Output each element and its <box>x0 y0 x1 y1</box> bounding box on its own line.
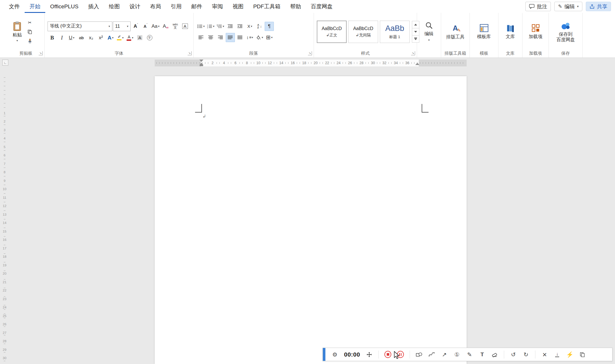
recorder-drag-bar[interactable] <box>323 348 325 361</box>
menu-tab-1[interactable]: 开始 <box>25 0 45 13</box>
align-center-button[interactable] <box>206 33 215 42</box>
freehand-tool-button[interactable] <box>428 351 435 359</box>
multilevel-list-button[interactable]: ▾ <box>216 22 225 31</box>
vertical-ruler[interactable]: 1234567891011121314151617181920212223242… <box>1 68 8 364</box>
increase-indent-button[interactable] <box>235 22 245 31</box>
first-line-indent-marker[interactable] <box>199 60 203 62</box>
undo-button[interactable]: ↺ <box>510 351 517 359</box>
menu-tab-7[interactable]: 引用 <box>166 0 186 13</box>
strikethrough-button[interactable]: ab <box>77 33 86 42</box>
menu-tab-0[interactable]: 文件 <box>4 0 25 13</box>
font-size-combo[interactable]: 11 ▾ <box>113 21 131 31</box>
style-card-1[interactable]: AaBbCcD↲无间隔 <box>348 21 378 43</box>
addins-button[interactable]: 加载项 <box>525 24 546 39</box>
clear-format-button[interactable]: A <box>161 22 170 31</box>
borders-button[interactable]: ⊞▾ <box>265 33 274 42</box>
justify-button[interactable] <box>226 33 235 42</box>
arrow-tool-button[interactable]: ↗ <box>441 351 448 359</box>
edit-mode-button[interactable]: ✎ 编辑 ▾ <box>554 2 582 11</box>
enclose-char-button[interactable]: 字 <box>145 33 154 42</box>
grow-font-button[interactable]: Aˆ <box>131 22 140 31</box>
font-family-combo[interactable]: 等线 (中文正文) ▾ <box>48 21 112 31</box>
text-tool-button[interactable]: T <box>479 351 486 359</box>
paste-button[interactable]: 粘贴 ▾ <box>10 21 24 43</box>
copy-recording-button[interactable] <box>579 351 586 359</box>
phonetic-guide-button[interactable]: wén文 <box>171 22 180 31</box>
layout-tools-button[interactable]: A✎ 排版工具 <box>444 24 467 40</box>
menu-tab-2[interactable]: OfficePLUS <box>45 0 83 13</box>
hanging-indent-marker[interactable] <box>199 63 203 65</box>
shading-button[interactable]: ▾ <box>255 33 264 42</box>
download-recording-button[interactable]: ↓ <box>554 351 561 359</box>
menu-tab-6[interactable]: 布局 <box>145 0 166 13</box>
menu-tab-13[interactable]: 百度网盘 <box>306 0 337 13</box>
asian-layout-button[interactable]: X▾ <box>245 22 254 31</box>
flash-export-button[interactable]: ⚡ <box>566 351 573 359</box>
document-page[interactable]: ↲ <box>155 76 467 364</box>
char-shading-button[interactable]: A <box>135 33 144 42</box>
bullets-button[interactable]: ▾ <box>197 22 206 31</box>
styles-dialog-launcher[interactable]: ↘ <box>411 51 415 55</box>
highlight-button[interactable]: ✐ ▾ <box>116 33 125 42</box>
tab-stop-selector[interactable]: ∟ <box>2 60 8 66</box>
italic-button[interactable]: I <box>57 33 66 42</box>
menu-tab-5[interactable]: 设计 <box>125 0 145 13</box>
close-recorder-button[interactable]: × <box>541 351 548 359</box>
paragraph-dialog-launcher[interactable]: ↘ <box>308 51 312 55</box>
font-dialog-launcher[interactable]: ↘ <box>188 51 192 55</box>
show-marks-button[interactable]: ¶ <box>265 22 274 31</box>
left-indent-marker[interactable] <box>200 65 203 66</box>
menu-tab-4[interactable]: 绘图 <box>104 0 125 13</box>
stop-record-button[interactable] <box>384 351 391 359</box>
menu-tab-11[interactable]: PDF工具箱 <box>248 0 285 13</box>
cut-button[interactable]: ✂ <box>25 19 34 27</box>
move-icon <box>366 352 372 357</box>
bold-button[interactable]: B <box>48 33 57 42</box>
underline-button[interactable]: U▾ <box>67 33 76 42</box>
ruler-number: 34 <box>390 61 402 65</box>
settings-gear-button[interactable]: ⚙ <box>331 351 338 359</box>
change-case-button[interactable]: Aa▾ <box>151 22 160 31</box>
redo-button[interactable]: ↻ <box>522 351 529 359</box>
copy-button[interactable] <box>25 28 34 36</box>
shrink-font-button[interactable]: Aˇ <box>141 22 150 31</box>
menu-tab-9[interactable]: 审阅 <box>207 0 228 13</box>
decrease-indent-button[interactable] <box>226 22 235 31</box>
format-painter-button[interactable] <box>25 37 34 45</box>
editing-button[interactable]: 编辑 ▾ <box>420 22 438 42</box>
eraser-tool-button[interactable] <box>491 351 498 359</box>
library-button[interactable]: 文库 <box>501 24 519 39</box>
templates-button[interactable]: 模板库 <box>473 24 495 39</box>
chevron-down-icon: ▾ <box>73 36 74 39</box>
superscript-button[interactable]: x² <box>96 33 105 42</box>
pen-tool-button[interactable]: ✎ <box>466 351 473 359</box>
char-border-button[interactable]: A <box>180 22 190 31</box>
numbering-button[interactable]: ▾ <box>206 22 215 31</box>
pilcrow-icon: ¶ <box>268 23 270 29</box>
subscript-button[interactable]: x₂ <box>87 33 96 42</box>
line-spacing-button[interactable]: ↕≡ ▾ <box>245 33 254 42</box>
clipboard-dialog-launcher[interactable]: ↘ <box>39 51 43 55</box>
align-right-button[interactable] <box>216 33 225 42</box>
menu-tab-3[interactable]: 插入 <box>83 0 104 13</box>
netdisk-save-button[interactable]: 保存到 百度网盘 <box>552 21 579 42</box>
distribute-button[interactable] <box>235 33 245 42</box>
style-preview: AaBbCcD <box>353 26 373 31</box>
sort-button[interactable]: AZ ↓ <box>255 22 264 31</box>
menu-tab-8[interactable]: 邮件 <box>186 0 207 13</box>
comments-button[interactable]: 批注 <box>525 2 551 11</box>
font-color-button[interactable]: A ▾ <box>125 33 135 42</box>
style-card-2[interactable]: AaBb标题 1 <box>380 21 410 43</box>
number-annotation-button[interactable]: ① <box>453 351 460 359</box>
move-toolbar-button[interactable] <box>366 351 373 359</box>
shape-tool-button[interactable] <box>416 351 423 359</box>
right-indent-marker[interactable] <box>415 63 419 65</box>
align-left-button[interactable] <box>197 33 206 42</box>
menu-tab-12[interactable]: 帮助 <box>285 0 306 13</box>
menu-tab-10[interactable]: 视图 <box>228 0 248 13</box>
pause-record-button[interactable] <box>397 351 404 359</box>
chevron-down-icon: ▾ <box>122 36 123 39</box>
style-card-0[interactable]: AaBbCcD↲正文 <box>317 21 347 43</box>
share-button[interactable]: 共享 <box>586 2 611 11</box>
text-effects-button[interactable]: A▾ <box>106 33 115 42</box>
